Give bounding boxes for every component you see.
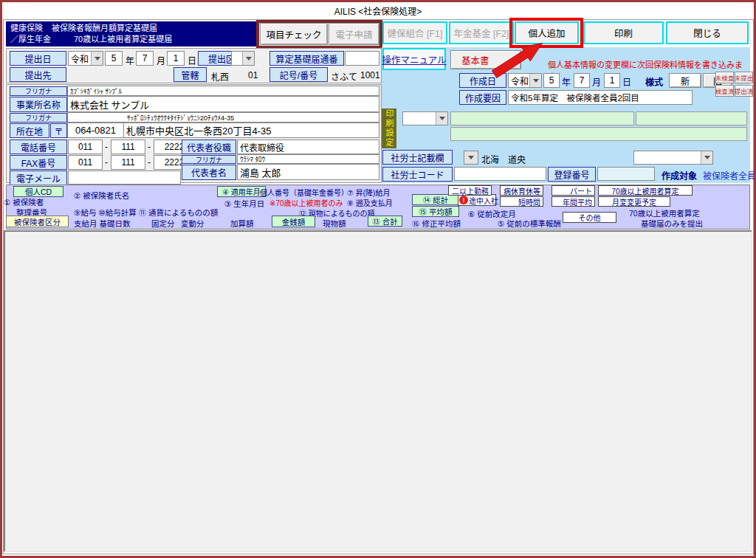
banner-line2-right: 70歳以上被用者算定基礎届	[74, 35, 172, 44]
submit-division-select[interactable]	[231, 51, 255, 66]
item-check-button[interactable]: 項目チェック	[260, 23, 328, 45]
legend-tanjikan: 短時間	[500, 196, 543, 207]
dropdown-arrow-icon	[91, 52, 103, 65]
red-arrow-icon	[484, 41, 547, 80]
rep-name-field[interactable]: 浦島 太郎	[237, 164, 379, 180]
legend-sonota: その他	[563, 212, 616, 223]
day-unit: 日	[188, 54, 196, 66]
print-setting-field-1[interactable]	[450, 111, 634, 125]
legend-kojin-bango: 個人番号（基礎年金番号）	[260, 187, 348, 198]
reason-field[interactable]: 令和5年算定 被保険者全員2回目	[508, 90, 693, 105]
manual-button[interactable]: 操作マニュアル	[382, 48, 446, 70]
sharoshi-label: 社労士記載欄	[382, 150, 453, 165]
legend-kyuyo-line: ⑨給与 ⑩給与計算 ⑪ 通貨によるものの額	[74, 207, 218, 218]
jurisdiction-label: 管轄	[173, 67, 207, 82]
submit-month-field[interactable]: 7	[136, 51, 154, 66]
status-submitted-button[interactable]: 提出済	[735, 85, 753, 97]
address-field[interactable]: 札幌市中央区北一条西20丁目4-35	[123, 123, 379, 138]
e-apply-button[interactable]: 電子申請	[329, 23, 379, 45]
legend-shusei-heikin: ⑯ 修正平均額	[412, 218, 461, 229]
email-field[interactable]	[68, 170, 181, 185]
address-kana-field[interactable]: ｻｯﾎﾟﾛｼﾁｭｳｵｳｸｷﾀｲﾁｼﾞｮｳﾆｼ20ﾁｮｳﾒ4-35	[67, 112, 379, 123]
print-setting-field-2[interactable]	[636, 111, 747, 125]
office-name-kana-field[interactable]: ｶﾌﾞｼｷｶﾞｲｼｬ ｻﾝﾌﾟﾙ	[67, 86, 379, 96]
status-unchecked-button[interactable]: 未検査	[715, 72, 734, 83]
submit-era-value: 令和	[71, 52, 89, 65]
legend-byokyu: 病休育休等	[500, 185, 543, 196]
dropdown-arrow-icon	[464, 151, 478, 164]
legend-tochu-text: 途中入社	[469, 195, 498, 206]
reason-label: 作成要因	[459, 90, 506, 105]
office-name-field[interactable]: 株式会社 サンプル	[67, 96, 379, 112]
legend-kojin-cd: 個人CD	[13, 186, 63, 197]
legend-over70-santei2: 70歳以上被用者算定	[629, 207, 700, 218]
employee-list-area	[4, 230, 752, 552]
postal-mark: 〒	[50, 123, 67, 138]
legend-kiso-only: 基礎届のみを提出	[641, 218, 703, 229]
kenpo-kumiai-button[interactable]: 健保組合 [F1]	[382, 21, 447, 44]
fax-field-1[interactable]: 011	[68, 155, 103, 170]
status-unsubmitted-button[interactable]: 未提出	[735, 72, 753, 83]
exclamation-icon: !	[459, 196, 468, 204]
fax-field-2[interactable]: 111	[111, 155, 145, 170]
month-unit: 月	[157, 54, 165, 66]
created-month-unit: 月	[592, 75, 601, 88]
created-month-field[interactable]: 7	[574, 73, 590, 88]
sharoshi-value: 北海 道央	[481, 153, 526, 165]
rep-title-field[interactable]: 代表取締役	[237, 140, 379, 154]
legend-gokei: ⑬ 合計	[368, 216, 402, 227]
print-button[interactable]: 印刷	[583, 21, 664, 44]
submit-era-select[interactable]: 令和	[68, 51, 103, 66]
legend-nenkan-heikin: 年間平均	[551, 196, 595, 207]
sharoshi-code-field[interactable]	[454, 167, 546, 181]
legend-ni-ijo-kinmu: 二以上勤務	[448, 185, 492, 196]
tel-dash: -	[105, 142, 108, 152]
postal-field[interactable]: 064-0821	[67, 123, 124, 138]
submit-year-field[interactable]: 5	[105, 51, 123, 66]
print-setting-field-3[interactable]	[450, 127, 747, 141]
legend-over70-only: ※70歳以上被用者のみ	[269, 197, 343, 208]
legend-hihokensha: ① 被保険者	[4, 196, 44, 207]
rep-kana-field[interactable]: ｳﾗｼﾏ ﾀﾛｳ	[237, 154, 379, 164]
year-unit: 年	[126, 54, 134, 66]
target-value: 被保険者全員	[703, 169, 756, 182]
legend-heikingaku: ⑮ 平均額	[412, 206, 459, 217]
address-label: 所在地	[10, 123, 49, 138]
format-new-button[interactable]: 新	[669, 73, 701, 88]
print-setting-select[interactable]	[402, 111, 448, 125]
submit-dest-label: 提出先	[10, 67, 66, 82]
created-day-field[interactable]: 1	[604, 73, 620, 88]
submit-day-field[interactable]: 1	[167, 51, 185, 66]
fax-dash: -	[105, 157, 108, 168]
legend-kubun: 被保険者区分	[6, 216, 69, 227]
dropdown-arrow-icon	[242, 52, 254, 65]
registration-label: 登録番号	[548, 167, 596, 182]
legend-kotei: 固定分	[151, 218, 175, 229]
symbol-value: さふて	[331, 70, 357, 83]
fax-label: FAX番号	[10, 155, 67, 170]
legend-tekiyo: ④ 適用年月	[217, 186, 266, 197]
legend-genbutsu: 現物額	[323, 218, 346, 229]
legend-seinengappi: ③ 生年月日	[224, 198, 264, 209]
status-checked-button[interactable]: 検査済	[715, 85, 734, 97]
tel-field-2[interactable]: 111	[111, 140, 145, 154]
registration-field[interactable]	[597, 167, 655, 181]
sharoshi-office-select[interactable]	[633, 151, 713, 165]
legend-kinsen: 金銭額	[272, 216, 315, 227]
created-year-unit: 年	[562, 75, 571, 88]
dropdown-arrow-icon	[701, 151, 712, 164]
sharoshi-select[interactable]	[464, 151, 478, 165]
rep-name-label: 代表者名	[182, 165, 236, 180]
legend-sokyu: ⑧ 遡及支払月	[347, 197, 393, 208]
serial-field[interactable]	[345, 51, 379, 66]
tel-field-1[interactable]: 011	[68, 140, 103, 154]
legend-getsuhen-yotei: 月変変更予定	[598, 196, 670, 207]
close-button[interactable]: 閉じる	[666, 21, 749, 44]
window-title: AILIS <社会保険処理>	[0, 4, 756, 17]
dropdown-arrow-icon	[436, 112, 447, 125]
legend-juzen-hyojun: ⑤ 従前の標準報酬	[498, 218, 561, 229]
serial-label: 算定基礎届通番	[269, 51, 344, 66]
office-kana-label: フリガナ	[10, 86, 67, 96]
form-title-banner: 健康保険被保険者報酬月額算定基礎届 ／厚生年金70歳以上被用者算定基礎届	[6, 21, 256, 46]
target-label: 作成対象	[662, 169, 697, 182]
